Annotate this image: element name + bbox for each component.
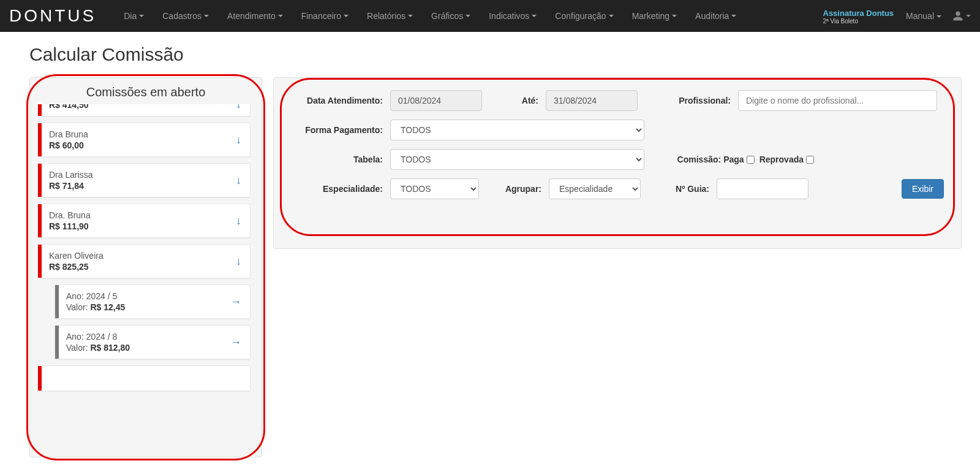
commission-name: Dra Larissa bbox=[49, 170, 243, 180]
guia-label: Nº Guia: bbox=[648, 184, 709, 194]
arrow-right-icon[interactable]: → bbox=[230, 296, 241, 308]
commission-card[interactable]: Dra Bruna R$ 60,00 ↓ bbox=[37, 123, 251, 157]
guia-input[interactable] bbox=[717, 178, 809, 199]
sidebar-title: Comissões em aberto bbox=[37, 83, 254, 104]
commission-card[interactable] bbox=[37, 365, 251, 391]
arrow-right-icon[interactable]: → bbox=[230, 336, 241, 349]
commission-value: R$ 111,90 bbox=[49, 221, 243, 231]
commission-value: R$ 825,25 bbox=[49, 262, 243, 272]
caret-icon bbox=[204, 15, 209, 17]
caret-icon bbox=[937, 15, 941, 18]
nav-menu: Dia Cadastros Atendimento Financeiro Rel… bbox=[115, 0, 745, 32]
page-title: Calcular Comissão bbox=[29, 44, 962, 65]
caret-icon bbox=[532, 15, 537, 17]
manual-link[interactable]: Manual bbox=[906, 11, 941, 21]
sidebar-list[interactable]: R$ 414,50 ↓ Dra Bruna R$ 60,00 ↓ bbox=[37, 104, 254, 445]
nav-item-marketing[interactable]: Marketing bbox=[623, 0, 686, 32]
profissional-input[interactable] bbox=[738, 90, 937, 111]
user-icon bbox=[952, 10, 963, 21]
commission-name: Karen Oliveira bbox=[49, 251, 243, 261]
nav-item-graficos[interactable]: Gráficos bbox=[422, 0, 480, 32]
commission-value: R$ 71,84 bbox=[49, 181, 243, 191]
brand-logo[interactable]: DONTUS bbox=[9, 6, 96, 26]
ate-label: Até: bbox=[489, 96, 538, 105]
commission-name: Dra. Bruna bbox=[49, 210, 243, 220]
caret-icon bbox=[466, 15, 470, 17]
expand-down-icon[interactable]: ↓ bbox=[236, 215, 241, 227]
user-menu[interactable] bbox=[952, 10, 971, 21]
nav-item-cadastros[interactable]: Cadastros bbox=[153, 0, 218, 32]
caret-icon bbox=[966, 15, 971, 17]
expand-down-icon[interactable]: ↓ bbox=[236, 174, 241, 187]
top-navbar: DONTUS Dia Cadastros Atendimento Finance… bbox=[0, 0, 980, 32]
comissao-checkbox-group: Comissão: Paga Reprovada bbox=[677, 155, 814, 164]
nav-item-indicativos[interactable]: Indicativos bbox=[480, 0, 546, 32]
assinatura-link[interactable]: Assinatura Dontus 2ª Via Boleto bbox=[823, 8, 894, 25]
brand-text: DONTUS bbox=[9, 6, 96, 25]
commission-card[interactable]: R$ 414,50 ↓ bbox=[37, 104, 251, 116]
commission-card[interactable]: Karen Oliveira R$ 825,25 ↓ bbox=[37, 244, 251, 278]
commission-value: R$ 60,00 bbox=[49, 140, 243, 150]
especialidade-label: Especialidade: bbox=[291, 184, 383, 194]
nav-item-financeiro[interactable]: Financeiro bbox=[292, 0, 358, 32]
expand-down-icon[interactable]: ↓ bbox=[236, 255, 241, 268]
caret-icon bbox=[731, 15, 736, 17]
caret-icon bbox=[344, 15, 349, 17]
ate-input[interactable] bbox=[546, 90, 638, 111]
especialidade-select[interactable]: TODOS bbox=[390, 178, 479, 199]
assinatura-text: Assinatura Dontus bbox=[823, 9, 894, 18]
commission-sub-card[interactable]: Ano: 2024 / 5 Valor: R$ 12,45 → bbox=[55, 285, 251, 319]
caret-icon bbox=[609, 15, 614, 17]
sidebar-panel: Comissões em aberto R$ 414,50 ↓ Dra Brun… bbox=[29, 77, 262, 457]
reprovada-checkbox[interactable] bbox=[806, 156, 814, 164]
tabela-select[interactable]: TODOS bbox=[390, 149, 644, 170]
data-atendimento-label: Data Atendimento: bbox=[291, 96, 383, 105]
filter-panel: Data Atendimento: Até: Profissional: For… bbox=[273, 77, 962, 249]
commission-card[interactable]: Dra. Bruna R$ 111,90 ↓ bbox=[37, 204, 251, 238]
agrupar-label: Agrupar: bbox=[486, 184, 541, 194]
nav-item-atendimento[interactable]: Atendimento bbox=[218, 0, 292, 32]
nav-item-auditoria[interactable]: Auditoria bbox=[686, 0, 745, 32]
nav-item-relatorios[interactable]: Relatórios bbox=[358, 0, 422, 32]
tabela-label: Tabela: bbox=[291, 155, 383, 164]
forma-pagamento-label: Forma Pagamento: bbox=[291, 125, 383, 135]
commission-sub-card[interactable]: Ano: 2024 / 8 Valor: R$ 812,80 → bbox=[55, 325, 251, 359]
commission-name: Dra Bruna bbox=[49, 129, 243, 139]
caret-icon bbox=[139, 15, 144, 17]
profissional-label: Profissional: bbox=[645, 96, 731, 105]
expand-down-icon[interactable]: ↓ bbox=[236, 134, 241, 147]
boleto-text: 2ª Via Boleto bbox=[823, 18, 894, 25]
data-atendimento-input[interactable] bbox=[390, 90, 482, 111]
commission-card[interactable]: Dra Larissa R$ 71,84 ↓ bbox=[37, 163, 251, 197]
nav-item-dia[interactable]: Dia bbox=[115, 0, 153, 32]
caret-icon bbox=[278, 15, 283, 17]
commission-value: R$ 414,50 bbox=[49, 104, 243, 110]
agrupar-select[interactable]: Especialidade bbox=[549, 178, 641, 199]
nav-item-configuracao[interactable]: Configuração bbox=[546, 0, 622, 32]
paga-checkbox[interactable] bbox=[747, 156, 755, 164]
caret-icon bbox=[408, 15, 413, 17]
exibir-button[interactable]: Exibir bbox=[902, 179, 944, 199]
forma-pagamento-select[interactable]: TODOS bbox=[390, 120, 644, 140]
expand-down-icon[interactable]: ↓ bbox=[236, 104, 241, 111]
caret-icon bbox=[672, 15, 677, 17]
